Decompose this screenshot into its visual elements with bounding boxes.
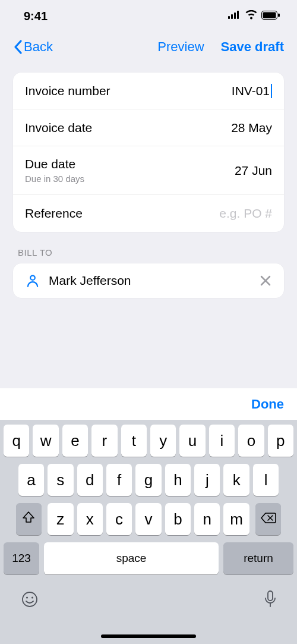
status-icons [228,10,280,22]
key-t[interactable]: t [121,425,147,457]
battery-icon [261,11,280,22]
due-date-label: Due date [25,157,84,171]
save-draft-button[interactable]: Save draft [221,39,284,55]
back-button[interactable]: Back [13,39,53,55]
key-shift[interactable] [16,503,42,535]
bill-to-contact-row[interactable]: Mark Jefferson [13,263,284,298]
bill-to-contact-name: Mark Jefferson [49,274,251,288]
key-e[interactable]: e [62,425,88,457]
key-k[interactable]: k [223,464,249,496]
reference-label: Reference [25,206,83,221]
invoice-number-value[interactable]: INV-01 [232,84,272,98]
keyboard-done-button[interactable]: Done [251,397,284,412]
key-v[interactable]: v [135,503,161,535]
keyboard-row-1: q w e r t y u i o p [2,425,295,457]
chevron-left-icon [13,40,23,54]
key-p[interactable]: p [268,425,293,457]
invoice-number-label: Invoice number [25,84,110,98]
keyboard-row-3: z x c v b n m [2,503,295,535]
emoji-icon [20,601,39,611]
keyboard-row-4: 123 space return [2,542,295,574]
svg-point-7 [30,275,35,280]
key-d[interactable]: d [77,464,103,496]
key-i[interactable]: i [209,425,235,457]
svg-rect-1 [231,14,233,19]
invoice-date-value: 28 May [231,121,272,135]
key-n[interactable]: n [194,503,220,535]
key-w[interactable]: w [33,425,58,457]
key-r[interactable]: r [91,425,117,457]
key-u[interactable]: u [179,425,205,457]
svg-point-8 [23,592,37,607]
key-h[interactable]: h [165,464,191,496]
svg-point-10 [31,596,33,598]
reference-placeholder: e.g. PO # [219,206,272,221]
dictation-button[interactable] [264,590,277,611]
invoice-date-label: Invoice date [25,121,92,135]
due-date-value: 27 Jun [235,164,272,178]
key-s[interactable]: s [48,464,73,496]
bill-to-card: Mark Jefferson [13,263,284,298]
svg-point-9 [26,596,28,598]
nav-bar: Back Preview Save draft [0,32,297,62]
svg-rect-3 [237,11,239,19]
key-z[interactable]: z [48,503,73,535]
key-c[interactable]: c [106,503,132,535]
shift-icon [21,510,36,529]
key-q[interactable]: q [4,425,29,457]
key-m[interactable]: m [223,503,249,535]
key-o[interactable]: o [238,425,264,457]
key-b[interactable]: b [165,503,191,535]
remove-contact-button[interactable] [259,274,272,287]
emoji-button[interactable] [20,590,39,611]
keyboard-row-2: a s d f g h j k l [2,464,295,496]
person-icon [25,273,40,288]
status-time: 9:41 [24,10,48,23]
bill-to-header: BILL TO [13,232,284,263]
cellular-icon [228,11,241,21]
svg-rect-6 [278,13,280,17]
svg-rect-2 [234,12,236,19]
preview-button[interactable]: Preview [157,39,204,55]
home-indicator [101,634,196,638]
key-x[interactable]: x [77,503,103,535]
key-numbers[interactable]: 123 [4,542,39,574]
invoice-details-card: Invoice number INV-01 Invoice date 28 Ma… [13,73,284,232]
due-date-subtext: Due in 30 days [25,174,84,184]
invoice-date-row[interactable]: Invoice date 28 May [13,109,284,146]
status-bar: 9:41 [0,0,297,32]
microphone-icon [264,601,277,611]
backspace-icon [260,510,277,529]
key-a[interactable]: a [18,464,44,496]
key-y[interactable]: y [150,425,176,457]
reference-row[interactable]: Reference e.g. PO # [13,195,284,232]
keyboard-footer [2,582,295,611]
key-return[interactable]: return [223,542,293,574]
svg-rect-0 [228,16,230,19]
key-j[interactable]: j [194,464,220,496]
key-backspace[interactable] [255,503,281,535]
key-g[interactable]: g [135,464,161,496]
text-cursor [271,84,272,98]
keyboard-accessory-bar: Done [0,388,297,420]
key-f[interactable]: f [106,464,132,496]
wifi-icon [245,10,258,22]
key-l[interactable]: l [253,464,279,496]
keyboard: q w e r t y u i o p a s d f g h j k l z … [0,420,297,644]
invoice-number-row[interactable]: Invoice number INV-01 [13,73,284,109]
back-label: Back [24,39,53,55]
due-date-row[interactable]: Due date Due in 30 days 27 Jun [13,146,284,195]
key-space[interactable]: space [44,542,219,574]
svg-rect-11 [268,591,273,601]
svg-rect-5 [263,12,276,18]
